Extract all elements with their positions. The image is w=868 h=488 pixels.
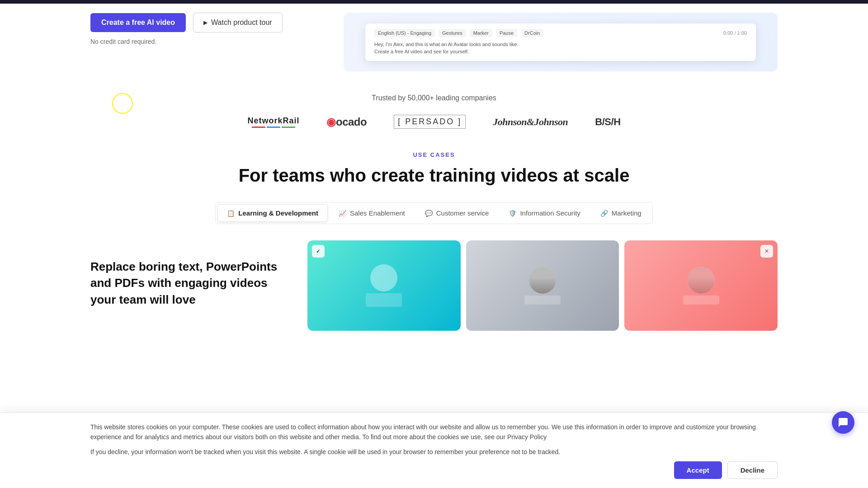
tab-marketing[interactable]: 🔗 Marketing (591, 204, 651, 222)
hero-buttons: Create a free AI video Watch product tou… (90, 13, 316, 33)
customer-icon: 💬 (425, 210, 433, 217)
tab-security-label: Information Security (520, 209, 580, 217)
trusted-label: Trusted by 50,000+ leading companies (90, 94, 778, 102)
app-toolbar: English (US) - Engaging Gestures Marker … (374, 29, 747, 37)
toolbar-drcoin[interactable]: DrCoin (521, 29, 543, 37)
use-cases-tabs: 📋 Learning & Development 📈 Sales Enablem… (215, 202, 652, 224)
marketing-icon: 🔗 (600, 210, 608, 217)
video-badge-check: ✓ (312, 245, 325, 258)
video-card-pink: ✕ (624, 240, 778, 331)
no-credit-card-text: No credit card required. (90, 38, 316, 45)
use-cases-label: USE CASES (90, 151, 778, 158)
logos-row: NetworkRail ◉ocado [ PERSADO ] Johnson&J… (90, 115, 778, 129)
security-icon: 🛡️ (509, 210, 516, 217)
logo-persado: [ PERSADO ] (394, 115, 466, 129)
video-card-gray (466, 240, 619, 331)
app-preview: English (US) - Engaging Gestures Marker … (344, 13, 778, 71)
cookie-banner: This website stores cookies on your comp… (0, 413, 868, 488)
tab-learning-label: Learning & Development (238, 209, 318, 217)
logo-ocado: ◉ocado (326, 116, 367, 128)
video-grid: ✓ (307, 240, 778, 331)
hero-left: Create a free AI video Watch product tou… (90, 13, 316, 45)
logo-bsi: B/S/H (595, 116, 620, 128)
tab-sales-enablement[interactable]: 📈 Sales Enablement (330, 204, 414, 222)
toolbar-pause[interactable]: Pause (496, 29, 517, 37)
lang-select[interactable]: English (US) - Engaging (374, 29, 435, 37)
cookie-buttons: Accept Decline (90, 461, 778, 479)
watch-product-tour-button[interactable]: Watch product tour (193, 13, 283, 33)
tab-customer-service[interactable]: 💬 Customer service (416, 204, 498, 222)
rail-line-red (252, 127, 265, 128)
learning-icon: 📋 (227, 210, 235, 217)
app-preview-text: Hey, I'm Alex, and this is what an AI Av… (374, 41, 747, 56)
use-cases-section: USE CASES For teams who create training … (0, 142, 868, 331)
avatar-pink (624, 240, 778, 331)
cookie-text-2: If you decline, your information won't b… (90, 447, 778, 457)
logo-networkrail: NetworkRail (247, 116, 299, 128)
toolbar-marker[interactable]: Marker (470, 29, 492, 37)
video-badge-x: ✕ (760, 245, 773, 258)
sales-icon: 📈 (339, 210, 346, 217)
content-left: Replace boring text, PowerPoints and PDF… (90, 240, 280, 308)
accept-cookies-button[interactable]: Accept (674, 461, 722, 479)
tab-customer-label: Customer service (436, 209, 489, 217)
video-card-teal: ✓ (307, 240, 461, 331)
cookie-text-1: This website stores cookies on your comp… (90, 422, 778, 442)
use-cases-title: For teams who create training videos at … (90, 165, 778, 186)
video-counter: 0:00 / 1:00 (723, 30, 747, 36)
hero-section: Create a free AI video Watch product tou… (0, 4, 868, 89)
chat-button[interactable] (832, 411, 854, 434)
rail-line-blue (267, 127, 280, 128)
trusted-section: Trusted by 50,000+ leading companies Net… (0, 89, 868, 142)
rail-line-green (282, 127, 295, 128)
tab-information-security[interactable]: 🛡️ Information Security (500, 204, 589, 222)
app-preview-inner: English (US) - Engaging Gestures Marker … (365, 23, 756, 61)
toolbar-gestures[interactable]: Gestures (439, 29, 466, 37)
tab-learning-development[interactable]: 📋 Learning & Development (217, 204, 328, 222)
decline-cookies-button[interactable]: Decline (727, 461, 778, 479)
use-cases-content: Replace boring text, PowerPoints and PDF… (90, 240, 778, 331)
avatar-teal (307, 240, 461, 331)
tab-sales-label: Sales Enablement (350, 209, 405, 217)
tab-marketing-label: Marketing (612, 209, 642, 217)
top-bar (0, 0, 868, 4)
logo-johnson-johnson: Johnson&Johnson (493, 116, 568, 128)
avatar-gray (466, 240, 619, 331)
content-heading: Replace boring text, PowerPoints and PDF… (90, 258, 280, 308)
create-ai-video-button[interactable]: Create a free AI video (90, 13, 186, 32)
